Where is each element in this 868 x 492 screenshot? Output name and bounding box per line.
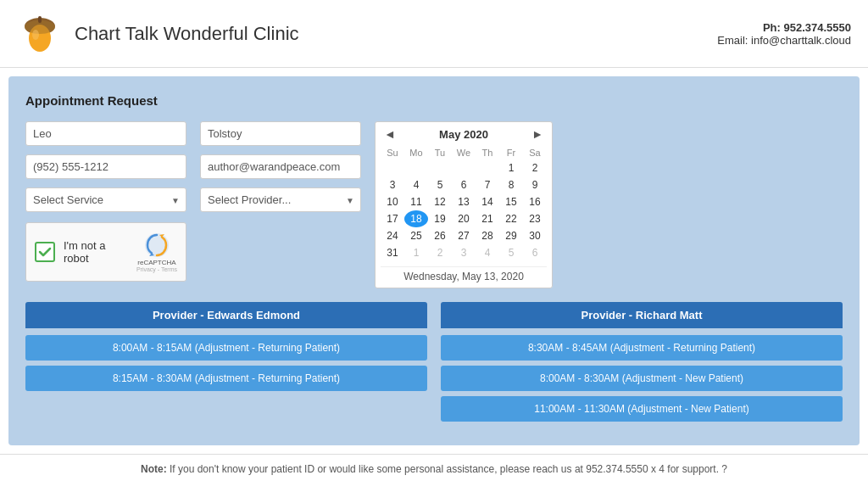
cal-day[interactable]: 8 — [499, 176, 523, 193]
cal-day[interactable]: 10 — [381, 193, 404, 210]
cal-day[interactable]: 25 — [404, 227, 428, 244]
clinic-name: Chart Talk Wonderful Clinic — [75, 23, 299, 45]
footer-note-text: If you don't know your patient ID or wou… — [170, 463, 727, 475]
recaptcha-privacy: Privacy - Terms — [136, 266, 177, 272]
cal-day[interactable]: 23 — [523, 210, 547, 227]
provider-select[interactable]: Select Provider... — [200, 187, 361, 212]
footer-note: Note: If you don't know your patient ID … — [0, 454, 868, 484]
cal-day[interactable]: 4 — [404, 176, 428, 193]
cal-day[interactable]: 20 — [452, 210, 476, 227]
cal-day[interactable]: 15 — [499, 193, 523, 210]
cal-day[interactable]: 31 — [381, 244, 404, 261]
cal-day[interactable]: 2 — [523, 159, 547, 176]
provider-slots: 8:30AM - 8:45AM (Adjustment - Returning … — [441, 328, 843, 428]
email-label: Email: — [717, 34, 748, 47]
phone-label: Ph: — [763, 21, 781, 34]
provider-select-wrapper: Select Provider... ▼ — [200, 187, 361, 212]
cal-day: 6 — [523, 244, 547, 261]
slot-button[interactable]: 11:00AM - 11:30AM (Adjustment - New Pati… — [441, 396, 843, 422]
calendar-grid: Su Mo Tu We Th Fr Sa 1234567891011121314… — [381, 146, 547, 261]
first-name-input[interactable] — [25, 121, 186, 146]
calendar-next-button[interactable]: ► — [528, 127, 547, 141]
calendar-selected-date: Wednesday, May 13, 2020 — [381, 266, 547, 282]
header: Chart Talk Wonderful Clinic Ph: 952.374.… — [0, 0, 868, 68]
cal-day[interactable]: 9 — [523, 176, 547, 193]
cal-day[interactable]: 22 — [499, 210, 523, 227]
calendar-month-label: May 2020 — [439, 128, 488, 141]
cal-day — [476, 159, 499, 176]
checkmark-icon — [38, 245, 52, 259]
email-input[interactable] — [200, 154, 361, 179]
cal-day[interactable]: 28 — [476, 227, 499, 244]
cal-day: 1 — [404, 244, 428, 261]
cal-day — [404, 159, 428, 176]
cal-day[interactable]: 7 — [476, 176, 499, 193]
phone-input[interactable] — [25, 154, 186, 179]
cal-day[interactable]: 29 — [499, 227, 523, 244]
recaptcha-label: I'm not a robot — [64, 239, 128, 265]
cal-day[interactable]: 12 — [428, 193, 452, 210]
recaptcha-checkbox[interactable] — [35, 242, 55, 262]
provider-header: Provider - Richard Matt — [441, 302, 843, 328]
recaptcha-box[interactable]: I'm not a robot reCAPTCHA Privacy - Term… — [25, 222, 186, 282]
cal-day[interactable]: 21 — [476, 210, 499, 227]
cal-day[interactable]: 27 — [452, 227, 476, 244]
cal-day[interactable]: 11 — [404, 193, 428, 210]
cal-dow-su: Su — [381, 146, 404, 159]
cal-dow-we: We — [452, 146, 476, 159]
slot-button[interactable]: 8:30AM - 8:45AM (Adjustment - Returning … — [441, 335, 843, 361]
cal-day[interactable]: 6 — [452, 176, 476, 193]
logo-icon — [17, 11, 63, 57]
cal-day: 3 — [452, 244, 476, 261]
cal-day: 4 — [476, 244, 499, 261]
form-col-left: Select Service ▼ I'm not a robot — [25, 121, 186, 282]
footer-note-bold: Note: — [141, 463, 167, 475]
cal-day[interactable]: 5 — [428, 176, 452, 193]
cal-day[interactable]: 17 — [381, 210, 404, 227]
service-select[interactable]: Select Service — [25, 187, 186, 212]
slot-button[interactable]: 8:00AM - 8:15AM (Adjustment - Returning … — [25, 335, 427, 361]
cal-day[interactable]: 3 — [381, 176, 404, 193]
header-phone: Ph: 952.374.5550 — [717, 21, 851, 34]
header-contact: Ph: 952.374.5550 Email: info@charttalk.c… — [717, 21, 851, 47]
form-col-right: Select Provider... ▼ — [200, 121, 361, 212]
cal-day[interactable]: 26 — [428, 227, 452, 244]
cal-day — [428, 159, 452, 176]
cal-dow-tu: Tu — [428, 146, 452, 159]
cal-day[interactable]: 30 — [523, 227, 547, 244]
cal-day[interactable]: 14 — [476, 193, 499, 210]
cal-dow-fr: Fr — [499, 146, 523, 159]
calendar-prev-button[interactable]: ◄ — [381, 127, 399, 141]
cal-day[interactable]: 13 — [452, 193, 476, 210]
calendar-header: ◄ May 2020 ► — [381, 127, 547, 141]
recaptcha-logo: reCAPTCHA Privacy - Terms — [136, 232, 177, 272]
cal-dow-sa: Sa — [523, 146, 547, 159]
cal-day: 5 — [499, 244, 523, 261]
svg-rect-3 — [38, 16, 42, 23]
cal-day[interactable]: 16 — [523, 193, 547, 210]
provider-header: Provider - Edwards Edmond — [25, 302, 427, 328]
cal-day — [381, 159, 404, 176]
header-email: Email: info@charttalk.cloud — [717, 34, 851, 47]
service-select-wrapper: Select Service ▼ — [25, 187, 186, 212]
slot-button[interactable]: 8:00AM - 8:30AM (Adjustment - New Patien… — [441, 366, 843, 391]
provider-slots: 8:00AM - 8:15AM (Adjustment - Returning … — [25, 328, 427, 398]
cal-dow-mo: Mo — [404, 146, 428, 159]
form-area: Select Service ▼ I'm not a robot — [25, 121, 843, 288]
cal-day[interactable]: 1 — [499, 159, 523, 176]
cal-day[interactable]: 19 — [428, 210, 452, 227]
cal-day[interactable]: 18 — [404, 210, 428, 227]
slot-button[interactable]: 8:15AM - 8:30AM (Adjustment - Returning … — [25, 366, 427, 391]
email-address: info@charttalk.cloud — [751, 34, 851, 47]
svg-point-4 — [32, 30, 39, 40]
cal-dow-th: Th — [476, 146, 499, 159]
header-left: Chart Talk Wonderful Clinic — [17, 11, 299, 57]
provider-column: Provider - Richard Matt8:30AM - 8:45AM (… — [441, 302, 843, 428]
section-title: Appointment Request — [25, 93, 843, 108]
recaptcha-icon — [143, 232, 170, 259]
providers-section: Provider - Edwards Edmond8:00AM - 8:15AM… — [25, 302, 843, 428]
last-name-input[interactable] — [200, 121, 361, 146]
provider-column: Provider - Edwards Edmond8:00AM - 8:15AM… — [25, 302, 427, 428]
cal-day[interactable]: 24 — [381, 227, 404, 244]
recaptcha-brand: reCAPTCHA — [137, 259, 175, 266]
